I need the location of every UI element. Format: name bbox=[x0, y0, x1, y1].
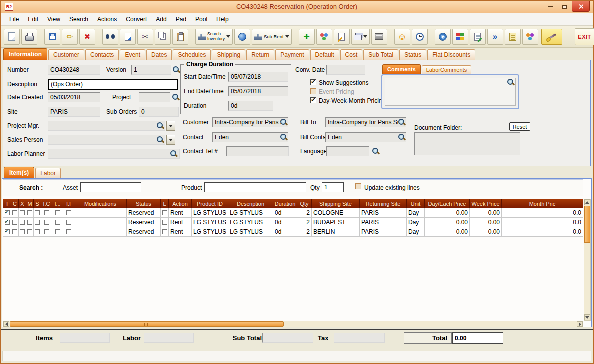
column-header[interactable]: I... bbox=[52, 199, 64, 208]
project-mgr-search-icon[interactable] bbox=[156, 122, 164, 130]
column-header[interactable]: I.C bbox=[42, 199, 52, 208]
document-folder-box[interactable] bbox=[414, 132, 520, 156]
column-header[interactable]: Month Pric bbox=[502, 199, 584, 208]
close-button[interactable] bbox=[572, 1, 590, 12]
menu-item-search[interactable]: Search bbox=[65, 14, 93, 25]
group-button[interactable] bbox=[316, 29, 332, 45]
table-row[interactable]: Reserved Rent LG STYLUS LG STYLUS 0d 2 B… bbox=[3, 228, 584, 237]
tab-contacts[interactable]: Contacts bbox=[86, 50, 119, 60]
sub-rent-button[interactable]: Sub Rent bbox=[252, 29, 292, 45]
labor-planner-search-icon[interactable] bbox=[170, 150, 178, 158]
column-header[interactable]: M bbox=[26, 199, 34, 208]
scroll-down-button[interactable] bbox=[584, 314, 590, 320]
tab-comments[interactable]: Comments bbox=[382, 64, 421, 74]
items-total-field[interactable] bbox=[60, 333, 110, 343]
row-l-checkbox[interactable] bbox=[162, 220, 168, 225]
scroll-right-button[interactable] bbox=[577, 322, 583, 327]
notepad-button[interactable] bbox=[470, 29, 486, 45]
show-suggestions-checkbox[interactable] bbox=[310, 80, 316, 86]
language-search-icon[interactable] bbox=[372, 148, 380, 155]
row-checkbox[interactable] bbox=[35, 220, 40, 225]
vertical-scrollbar[interactable] bbox=[584, 199, 591, 321]
minimize-button[interactable] bbox=[544, 2, 557, 12]
column-header[interactable]: Status bbox=[127, 199, 161, 208]
tab-customer[interactable]: Customer bbox=[48, 50, 84, 60]
find-button[interactable] bbox=[102, 29, 118, 45]
sales-person-field[interactable] bbox=[48, 135, 166, 145]
update-existing-lines-checkbox[interactable] bbox=[356, 184, 362, 190]
sub-total-field[interactable] bbox=[262, 333, 314, 343]
print-button[interactable] bbox=[22, 29, 38, 45]
tab-shipping[interactable]: Shipping bbox=[212, 50, 246, 60]
version-search-icon[interactable] bbox=[172, 66, 180, 74]
row-checkbox[interactable] bbox=[56, 230, 60, 234]
vertical-scroll-thumb[interactable] bbox=[584, 206, 590, 243]
tax-field[interactable] bbox=[334, 333, 385, 343]
tab-dates[interactable]: Dates bbox=[146, 50, 172, 60]
project-field[interactable] bbox=[139, 92, 170, 102]
tab-information[interactable]: Information bbox=[4, 48, 48, 60]
column-header[interactable]: C bbox=[12, 199, 19, 208]
sales-person-dropdown-button[interactable] bbox=[166, 135, 176, 145]
exit-button[interactable]: EXIT bbox=[575, 28, 594, 46]
contact-search-icon[interactable] bbox=[280, 134, 288, 141]
event-pricing-checkbox[interactable] bbox=[310, 88, 316, 94]
product-input[interactable] bbox=[204, 182, 306, 192]
cubes-button[interactable] bbox=[452, 29, 468, 45]
column-header[interactable]: Qty bbox=[298, 199, 312, 208]
add-button[interactable]: ✚ bbox=[299, 29, 315, 45]
bill-to-search-icon[interactable] bbox=[398, 118, 406, 126]
tab-status[interactable]: Status bbox=[400, 50, 426, 60]
disc-button[interactable] bbox=[435, 29, 451, 45]
labor-total-field[interactable] bbox=[144, 333, 194, 343]
total-field[interactable] bbox=[452, 332, 504, 344]
row-checkbox[interactable] bbox=[56, 210, 60, 216]
customer-field[interactable] bbox=[212, 118, 288, 128]
row-select-checkbox[interactable] bbox=[5, 220, 10, 225]
column-header[interactable]: Returning Site bbox=[360, 199, 407, 208]
new-button[interactable] bbox=[4, 29, 20, 45]
project-mgr-field[interactable] bbox=[48, 121, 166, 131]
row-checkbox[interactable] bbox=[28, 210, 32, 216]
globe-button[interactable] bbox=[234, 29, 250, 45]
row-checkbox[interactable] bbox=[28, 220, 32, 225]
menu-item-edit[interactable]: Edit bbox=[24, 14, 43, 25]
row-checkbox[interactable] bbox=[35, 210, 40, 216]
chevron-down-icon[interactable] bbox=[226, 36, 230, 38]
tab-flat-discounts[interactable]: Flat Discounts bbox=[428, 50, 476, 60]
clock-button[interactable] bbox=[412, 29, 428, 45]
tab-items[interactable]: Item(s) bbox=[4, 167, 34, 178]
smiley-button[interactable]: ☺ bbox=[394, 29, 410, 45]
row-select-checkbox[interactable] bbox=[5, 230, 10, 234]
table-row[interactable]: Reserved Rent LG STYLUS LG STYLUS 0d 2 B… bbox=[3, 218, 584, 228]
tab-payment[interactable]: Payment bbox=[276, 50, 309, 60]
tab-return[interactable]: Return bbox=[246, 50, 274, 60]
reset-button[interactable]: Reset bbox=[510, 122, 530, 131]
project-mgr-dropdown-button[interactable] bbox=[166, 121, 176, 131]
chevron-down-icon[interactable] bbox=[364, 36, 368, 38]
start-date-field[interactable] bbox=[228, 72, 288, 82]
menu-item-add[interactable]: Add bbox=[152, 14, 171, 25]
column-header[interactable]: S bbox=[34, 199, 42, 208]
project-search-icon[interactable] bbox=[172, 94, 180, 101]
contact-tel-field[interactable] bbox=[226, 146, 289, 156]
tab-labor[interactable]: Labor bbox=[36, 168, 61, 178]
row-checkbox[interactable] bbox=[44, 220, 50, 225]
paste-button[interactable] bbox=[172, 29, 188, 45]
search-inventory-button[interactable]: SearchInventory bbox=[196, 29, 233, 45]
note-button[interactable] bbox=[334, 29, 350, 45]
menu-item-actions[interactable]: Actions bbox=[93, 14, 122, 25]
row-checkbox[interactable] bbox=[35, 230, 40, 234]
comments-search-icon[interactable] bbox=[507, 78, 514, 86]
site-field[interactable] bbox=[48, 107, 100, 117]
column-header[interactable]: I.I bbox=[64, 199, 74, 208]
chevron-down-icon[interactable] bbox=[286, 36, 290, 38]
column-header[interactable]: L bbox=[161, 199, 169, 208]
price-list-button[interactable] bbox=[505, 29, 521, 45]
machine-button[interactable] bbox=[372, 29, 388, 45]
description-field[interactable] bbox=[48, 79, 178, 90]
menu-item-pad[interactable]: Pad bbox=[172, 14, 191, 25]
row-l-checkbox[interactable] bbox=[162, 210, 168, 216]
scroll-left-button[interactable] bbox=[4, 322, 10, 327]
column-header[interactable]: Description bbox=[228, 199, 274, 208]
